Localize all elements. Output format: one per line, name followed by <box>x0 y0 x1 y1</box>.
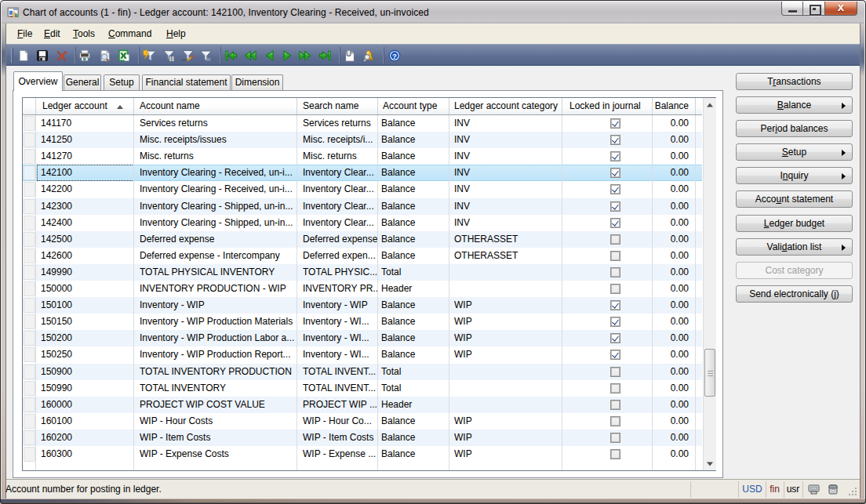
svg-text:?: ? <box>392 52 397 60</box>
